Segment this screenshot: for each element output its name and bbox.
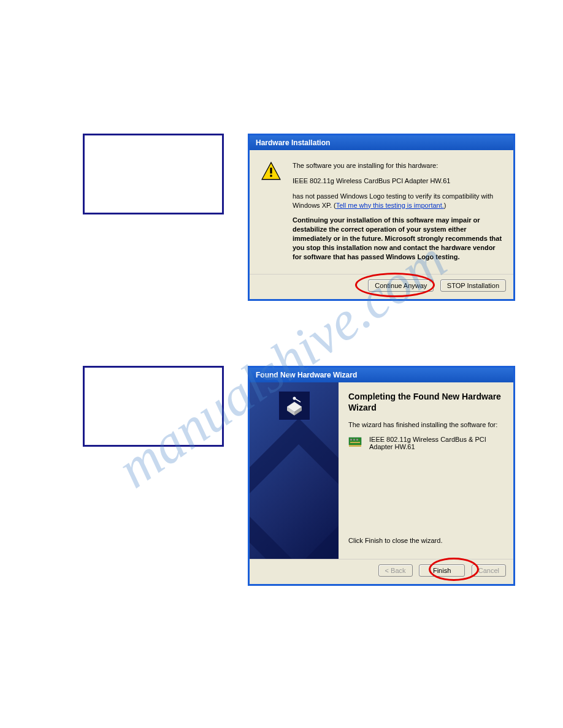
continue-anyway-button[interactable]: Continue Anyway <box>368 279 434 292</box>
svg-rect-11 <box>356 439 358 441</box>
hardware-installation-dialog: Hardware Installation The software you a… <box>248 134 515 301</box>
svg-rect-9 <box>350 439 352 441</box>
svg-rect-10 <box>353 439 355 441</box>
dialog-titlebar: Hardware Installation <box>250 135 513 150</box>
unsigned-suffix: ) <box>444 202 446 209</box>
dialog-button-row: < Back Finish Cancel <box>250 559 513 584</box>
device-name: IEEE 802.11g Wireless CardBus & PCI Adap… <box>369 436 504 450</box>
close-instruction-text: Click Finish to close the wizard. <box>348 536 442 545</box>
instruction-box-2 <box>83 366 224 447</box>
svg-point-7 <box>293 397 296 400</box>
wizard-finished-text: The wizard has finished installing the s… <box>348 420 504 430</box>
back-button: < Back <box>378 564 413 577</box>
network-card-icon <box>348 436 363 448</box>
dialog-titlebar: Found New Hardware Wizard <box>250 368 513 382</box>
cancel-button: Cancel <box>472 564 506 577</box>
device-row: IEEE 802.11g Wireless CardBus & PCI Adap… <box>348 436 504 450</box>
finish-button[interactable]: Finish <box>419 564 465 577</box>
stop-installation-button[interactable]: STOP Installation <box>440 279 506 292</box>
svg-rect-1 <box>270 168 272 174</box>
svg-rect-2 <box>270 175 272 176</box>
wizard-graphic-icon <box>278 391 310 420</box>
instruction-box-1 <box>83 134 224 214</box>
svg-rect-8 <box>349 438 361 445</box>
found-new-hardware-wizard-dialog: Found New Hardware Wizard Completing the… <box>248 366 515 586</box>
device-name: IEEE 802.11g Wireless CardBus PCI Adapte… <box>293 176 502 186</box>
wizard-side-panel <box>250 382 339 559</box>
svg-rect-12 <box>350 442 360 443</box>
intro-text: The software you are installing for this… <box>293 161 502 170</box>
wizard-main-panel: Completing the Found New Hardware Wizard… <box>339 382 513 559</box>
dialog-body: The software you are installing for this… <box>250 150 513 274</box>
dialog-body: Completing the Found New Hardware Wizard… <box>250 382 513 559</box>
testing-important-link[interactable]: Tell me why this testing is important. <box>336 202 444 209</box>
dialog-button-row: Continue Anyway STOP Installation <box>250 274 513 299</box>
unsigned-text: has not passed Windows Logo testing to v… <box>293 192 502 210</box>
dialog-text-block: The software you are installing for this… <box>293 161 502 268</box>
svg-rect-13 <box>349 445 361 447</box>
warning-icon <box>261 161 282 182</box>
wizard-heading: Completing the Found New Hardware Wizard <box>348 391 504 413</box>
warning-bold-text: Continuing your installation of this sof… <box>293 216 502 261</box>
